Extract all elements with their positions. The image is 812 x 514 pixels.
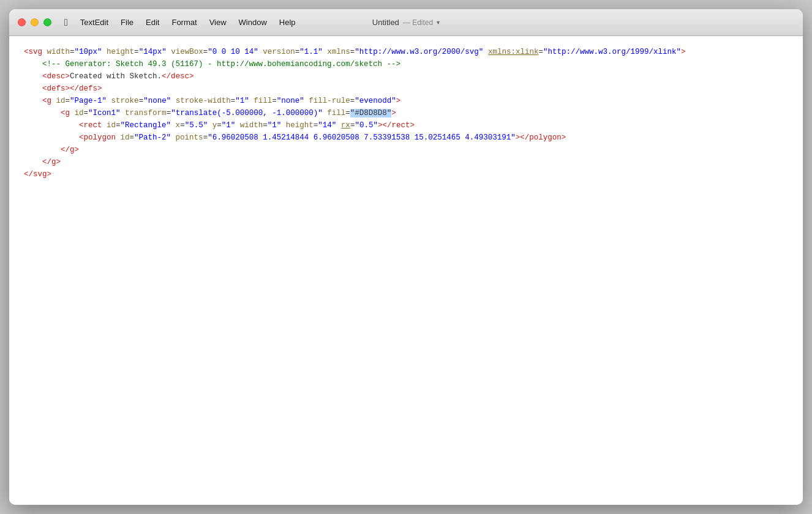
line-9: </g> [24, 144, 788, 156]
app-window:  TextEdit File Edit Format View Window … [9, 9, 803, 505]
menu-file[interactable]: File [115, 15, 140, 29]
line-4: <defs></defs> [24, 83, 788, 95]
line-1: <svg width="10px" height="14px" viewBox=… [24, 46, 788, 58]
maximize-button[interactable] [43, 18, 51, 26]
line-8: <polygon id="Path-2" points="6.96020508 … [24, 132, 788, 144]
line-10: </g> [24, 156, 788, 168]
close-button[interactable] [18, 18, 26, 26]
window-title-area: Untitled — Edited ▾ [372, 18, 440, 27]
menu-edit[interactable]: Edit [140, 15, 165, 29]
menu-window[interactable]: Window [233, 15, 273, 29]
traffic-lights [9, 18, 51, 26]
window-title: Untitled [372, 18, 399, 27]
line-6: <g id="Icon1" transform="translate(-5.00… [24, 107, 788, 119]
line-11: </svg> [24, 168, 788, 181]
line-3: <desc>Created with Sketch.</desc> [24, 70, 788, 83]
menu-bar:  TextEdit File Edit Format View Window … [9, 15, 302, 31]
line-7: <rect id="Rectangle" x="5.5" y="1" width… [24, 119, 788, 132]
menu-format[interactable]: Format [165, 15, 203, 29]
titlebar:  TextEdit File Edit Format View Window … [9, 9, 803, 36]
title-dropdown-arrow[interactable]: ▾ [437, 19, 440, 26]
menu-textedit[interactable]: TextEdit [74, 15, 115, 29]
menu-view[interactable]: View [203, 15, 233, 29]
line-5: <g id="Page-1" stroke="none" stroke-widt… [24, 95, 788, 107]
window-edited-status: — Edited [403, 18, 433, 27]
line-2: <!-- Generator: Sketch 49.3 (51167) - ht… [24, 58, 788, 70]
text-editor-content[interactable]: <svg width="10px" height="14px" viewBox=… [9, 36, 803, 505]
minimize-button[interactable] [31, 18, 39, 26]
apple-menu[interactable]:  [58, 15, 74, 31]
menu-help[interactable]: Help [273, 15, 302, 29]
